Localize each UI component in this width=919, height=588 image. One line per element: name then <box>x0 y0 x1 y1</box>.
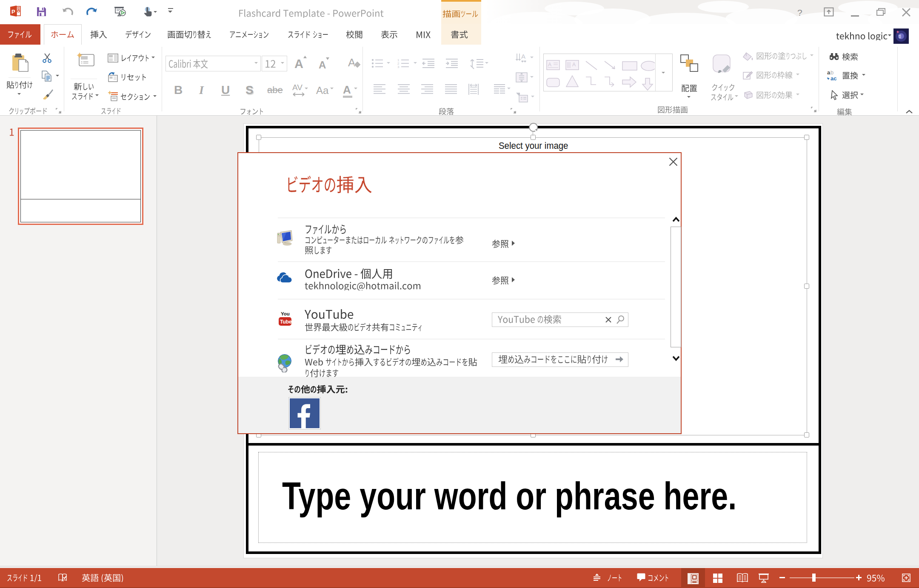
svg-text:A: A <box>348 56 356 69</box>
svg-text:P: P <box>11 9 15 15</box>
svg-text:A: A <box>548 62 551 68</box>
svg-text:a: a <box>827 70 831 76</box>
svg-text:tl: tl <box>899 34 901 40</box>
svg-text:ac: ac <box>831 75 836 81</box>
svg-text:A: A <box>572 62 576 68</box>
svg-text:3: 3 <box>397 65 400 68</box>
svg-text:?: ? <box>797 8 802 17</box>
svg-text:A: A <box>521 53 525 60</box>
svg-text:AV: AV <box>292 83 303 92</box>
svg-text:Tube: Tube <box>280 319 292 325</box>
svg-text:You: You <box>281 311 290 316</box>
